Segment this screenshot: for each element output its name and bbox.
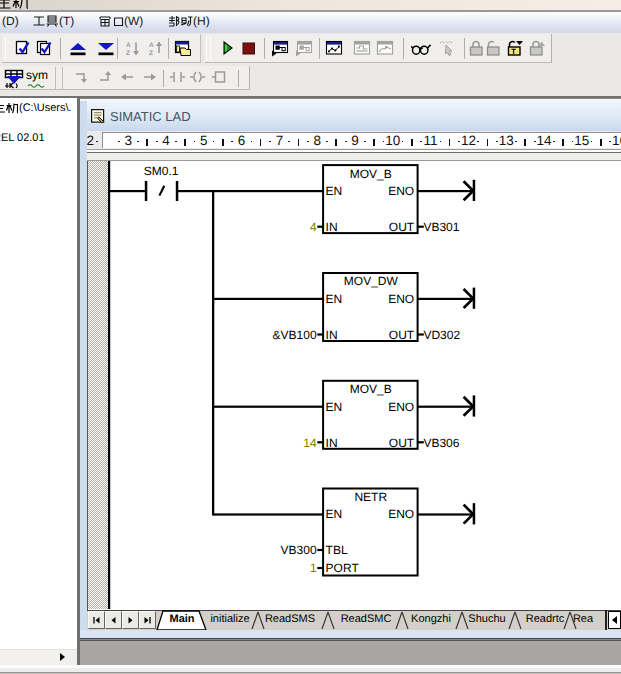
svg-text:OUT: OUT xyxy=(389,436,415,450)
svg-text:ENO: ENO xyxy=(388,292,414,306)
svg-text:SM0.1: SM0.1 xyxy=(144,164,179,178)
svg-text:TBL: TBL xyxy=(326,543,348,557)
svg-text:MOV_B: MOV_B xyxy=(350,167,392,181)
svg-text:OUT: OUT xyxy=(389,220,415,234)
svg-text:EN: EN xyxy=(326,184,343,198)
svg-text:IN: IN xyxy=(326,328,338,342)
svg-text:VB301: VB301 xyxy=(423,220,459,234)
svg-text:MOV_B: MOV_B xyxy=(350,382,392,396)
svg-text:4: 4 xyxy=(310,220,317,234)
svg-text:&VB100: &VB100 xyxy=(273,328,317,342)
svg-text:VB300: VB300 xyxy=(281,543,317,557)
svg-text:NETR: NETR xyxy=(354,490,387,504)
svg-text:EN: EN xyxy=(326,292,343,306)
svg-text:IN: IN xyxy=(326,436,338,450)
svg-text:1: 1 xyxy=(310,561,317,575)
svg-text:ENO: ENO xyxy=(388,400,414,414)
svg-text:EN: EN xyxy=(326,400,343,414)
svg-text:ENO: ENO xyxy=(388,184,414,198)
svg-text:PORT: PORT xyxy=(326,561,360,575)
svg-text:OUT: OUT xyxy=(389,328,415,342)
svg-text:EN: EN xyxy=(326,507,343,521)
svg-text:14: 14 xyxy=(303,436,317,450)
svg-text:IN: IN xyxy=(326,220,338,234)
svg-text:MOV_DW: MOV_DW xyxy=(344,274,399,288)
svg-text:VB306: VB306 xyxy=(423,436,459,450)
svg-text:VD302: VD302 xyxy=(423,328,460,342)
svg-text:ENO: ENO xyxy=(388,507,414,521)
